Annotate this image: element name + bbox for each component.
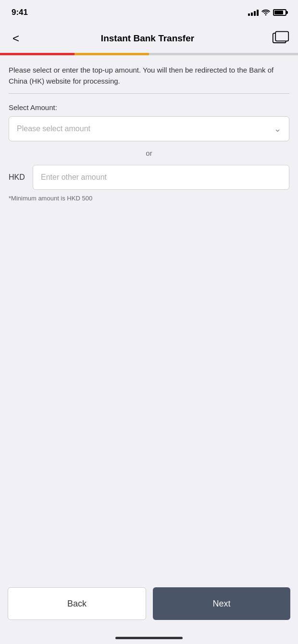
next-button[interactable]: Next [153,587,290,620]
progress-bar [0,53,298,55]
or-separator: or [9,149,289,157]
status-icons [248,9,286,16]
amount-input-row: HKD [9,165,289,190]
page-title: Instant Bank Transfer [23,33,272,44]
status-time: 9:41 [12,8,28,17]
content-area: Please select or enter the top-up amount… [0,55,298,211]
header: < Instant Bank Transfer [0,24,298,53]
progress-segment-gray [149,53,298,55]
minimum-note: *Minimum amount is HKD 500 [9,195,289,202]
battery-icon [273,9,286,16]
progress-segment-orange [74,53,149,55]
amount-input[interactable] [33,165,289,190]
description-text: Please select or enter the top-up amount… [9,65,289,87]
progress-segment-red [0,53,74,55]
home-indicator [115,637,183,639]
back-button[interactable]: Back [8,587,146,620]
footer-buttons: Back Next [0,582,298,625]
select-amount-label: Select Amount: [9,103,289,111]
signal-icon [248,9,259,16]
back-nav-button[interactable]: < [9,30,23,47]
status-bar: 9:41 [0,0,298,24]
currency-label: HKD [9,173,28,182]
divider [9,93,289,94]
wifi-icon [261,9,270,16]
card-icon [272,30,289,47]
svg-rect-1 [275,32,288,41]
amount-dropdown[interactable]: Please select amount ⌄ [9,116,289,141]
dropdown-placeholder-text: Please select amount [17,124,90,133]
chevron-down-icon: ⌄ [274,124,281,134]
